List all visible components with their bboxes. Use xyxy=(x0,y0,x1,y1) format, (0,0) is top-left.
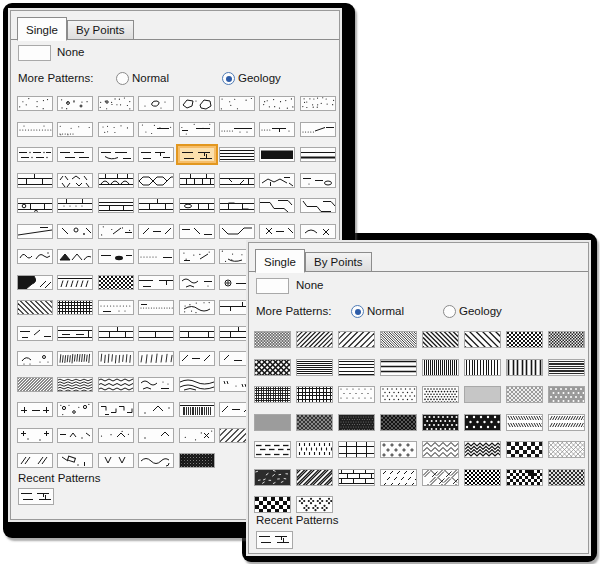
pattern-swatch[interactable] xyxy=(179,224,215,239)
pattern-swatch[interactable] xyxy=(300,173,336,188)
pattern-swatch[interactable] xyxy=(179,428,215,443)
pattern-swatch[interactable] xyxy=(259,224,295,239)
pattern-swatch[interactable] xyxy=(219,122,255,137)
pattern-swatch[interactable] xyxy=(464,386,501,403)
pattern-swatch[interactable] xyxy=(296,496,333,513)
pattern-swatch[interactable] xyxy=(17,96,53,111)
pattern-swatch[interactable] xyxy=(138,275,174,290)
pattern-swatch[interactable] xyxy=(259,173,295,188)
pattern-swatch[interactable] xyxy=(179,96,215,111)
pattern-swatch[interactable] xyxy=(98,96,134,111)
pattern-swatch[interactable] xyxy=(138,249,174,264)
pattern-swatch[interactable] xyxy=(219,147,255,162)
tab-single[interactable]: Single xyxy=(255,249,305,273)
pattern-swatch[interactable] xyxy=(300,147,336,162)
pattern-swatch[interactable] xyxy=(17,402,53,417)
pattern-swatch[interactable] xyxy=(422,386,459,403)
pattern-swatch[interactable] xyxy=(98,147,134,162)
pattern-swatch[interactable] xyxy=(300,96,336,111)
pattern-swatch[interactable] xyxy=(338,469,375,486)
pattern-swatch[interactable] xyxy=(98,351,134,366)
pattern-swatch[interactable] xyxy=(138,453,174,468)
pattern-swatch[interactable] xyxy=(300,224,336,239)
pattern-swatch[interactable] xyxy=(422,441,459,458)
pattern-swatch[interactable] xyxy=(296,441,333,458)
pattern-swatch[interactable] xyxy=(98,249,134,264)
pattern-swatch[interactable] xyxy=(464,441,501,458)
pattern-swatch[interactable] xyxy=(422,331,459,348)
pattern-swatch[interactable] xyxy=(98,428,134,443)
pattern-swatch[interactable] xyxy=(98,224,134,239)
pattern-swatch[interactable] xyxy=(57,351,93,366)
pattern-swatch[interactable] xyxy=(548,441,585,458)
recent-pattern-swatch[interactable] xyxy=(18,488,54,505)
pattern-swatch[interactable] xyxy=(17,249,53,264)
pattern-swatch[interactable] xyxy=(380,331,417,348)
pattern-swatch[interactable] xyxy=(138,147,174,162)
pattern-swatch[interactable] xyxy=(138,428,174,443)
pattern-swatch[interactable] xyxy=(138,351,174,366)
pattern-swatch[interactable] xyxy=(179,275,215,290)
pattern-swatch[interactable] xyxy=(259,96,295,111)
none-swatch[interactable] xyxy=(18,45,51,61)
pattern-swatch[interactable] xyxy=(254,331,291,348)
pattern-swatch[interactable] xyxy=(296,469,333,486)
pattern-swatch[interactable] xyxy=(138,96,174,111)
pattern-swatch[interactable] xyxy=(138,300,174,315)
pattern-swatch[interactable] xyxy=(219,173,255,188)
pattern-swatch[interactable] xyxy=(219,96,255,111)
radio-normal[interactable] xyxy=(351,305,364,318)
pattern-swatch[interactable] xyxy=(179,326,215,341)
pattern-swatch[interactable] xyxy=(17,351,53,366)
pattern-swatch[interactable] xyxy=(254,469,291,486)
pattern-swatch[interactable] xyxy=(464,469,501,486)
pattern-swatch[interactable] xyxy=(98,122,134,137)
pattern-swatch[interactable] xyxy=(57,198,93,213)
pattern-swatch[interactable] xyxy=(138,198,174,213)
pattern-swatch[interactable] xyxy=(98,198,134,213)
pattern-swatch[interactable] xyxy=(17,453,53,468)
tab-single[interactable]: Single xyxy=(17,17,67,41)
pattern-swatch[interactable] xyxy=(380,414,417,431)
pattern-swatch[interactable] xyxy=(98,402,134,417)
pattern-swatch[interactable] xyxy=(17,377,53,392)
pattern-swatch[interactable] xyxy=(338,414,375,431)
pattern-swatch[interactable] xyxy=(179,300,215,315)
pattern-swatch[interactable] xyxy=(259,147,295,162)
pattern-swatch[interactable] xyxy=(179,351,215,366)
pattern-swatch[interactable] xyxy=(464,359,501,376)
pattern-swatch[interactable] xyxy=(57,147,93,162)
pattern-swatch[interactable] xyxy=(506,359,543,376)
pattern-swatch[interactable] xyxy=(338,331,375,348)
pattern-swatch[interactable] xyxy=(57,173,93,188)
pattern-swatch[interactable] xyxy=(464,331,501,348)
pattern-swatch[interactable] xyxy=(57,428,93,443)
pattern-swatch[interactable] xyxy=(57,224,93,239)
pattern-swatch[interactable] xyxy=(422,359,459,376)
pattern-swatch[interactable] xyxy=(57,275,93,290)
pattern-swatch[interactable] xyxy=(98,453,134,468)
pattern-swatch-selected[interactable] xyxy=(176,144,218,165)
pattern-swatch[interactable] xyxy=(17,147,53,162)
pattern-swatch[interactable] xyxy=(17,326,53,341)
pattern-swatch[interactable] xyxy=(57,377,93,392)
radio-normal[interactable] xyxy=(116,72,129,85)
pattern-swatch[interactable] xyxy=(254,414,291,431)
pattern-swatch[interactable] xyxy=(98,300,134,315)
pattern-swatch[interactable] xyxy=(254,386,291,403)
pattern-swatch[interactable] xyxy=(98,377,134,392)
pattern-swatch[interactable] xyxy=(254,359,291,376)
pattern-swatch[interactable] xyxy=(57,122,93,137)
pattern-swatch[interactable] xyxy=(138,402,174,417)
pattern-swatch[interactable] xyxy=(506,441,543,458)
pattern-swatch[interactable] xyxy=(179,173,215,188)
pattern-swatch[interactable] xyxy=(300,198,336,213)
pattern-swatch[interactable] xyxy=(338,386,375,403)
pattern-swatch[interactable] xyxy=(138,224,174,239)
pattern-swatch[interactable] xyxy=(17,428,53,443)
pattern-swatch[interactable] xyxy=(57,402,93,417)
pattern-swatch[interactable] xyxy=(179,402,215,417)
pattern-swatch[interactable] xyxy=(17,198,53,213)
pattern-swatch[interactable] xyxy=(138,377,174,392)
radio-geology[interactable] xyxy=(443,305,456,318)
